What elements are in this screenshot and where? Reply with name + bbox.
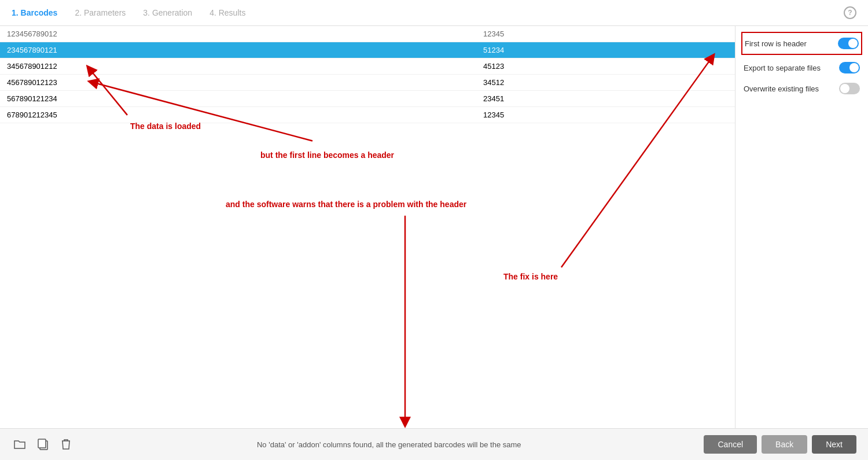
toggle-switch-2[interactable] [839, 83, 860, 94]
toggle-label-0: First row is header [745, 39, 807, 48]
cell-col1: 456789012123 [0, 75, 476, 91]
status-text: No 'data' or 'addon' columns found, all … [74, 440, 704, 449]
cell-col2: 34512 [476, 75, 735, 91]
copy-icon[interactable] [35, 436, 51, 452]
toggle-switch-0[interactable] [838, 38, 859, 49]
toggle-row-2: Overwrite existing files [741, 78, 862, 99]
table-row[interactable]: 34567890121245123 [0, 58, 735, 75]
table-row[interactable]: 56789012123423451 [0, 91, 735, 107]
table-row[interactable]: 12345678901212345 [0, 26, 735, 42]
table-row[interactable]: 67890121234512345 [0, 107, 735, 123]
toggle-label-1: Export to separate files [744, 64, 821, 72]
data-panel: 1234567890121234523456789012151234345678… [0, 26, 735, 428]
cell-col1: 123456789012 [0, 26, 476, 42]
annotation-warns: and the software warns that there is a p… [226, 200, 466, 209]
toggle-row-1: Export to separate files [741, 57, 862, 78]
cell-col1: 678901212345 [0, 107, 476, 123]
header: 1. Barcodes 2. Parameters 3. Generation … [0, 0, 868, 26]
trash-icon[interactable] [58, 436, 74, 452]
cancel-button[interactable]: Cancel [704, 435, 757, 454]
cell-col2: 12345 [476, 107, 735, 123]
toggle-row-0: First row is header [741, 32, 862, 55]
svg-rect-5 [38, 439, 46, 448]
cell-col1: 345678901212 [0, 58, 476, 75]
toggle-label-2: Overwrite existing files [744, 84, 819, 93]
step-barcodes[interactable]: 1. Barcodes [12, 8, 57, 17]
cell-col1: 234567890121 [0, 42, 476, 58]
table-row[interactable]: 45678901212334512 [0, 75, 735, 91]
annotation-fix: The fix is here [503, 272, 558, 281]
toggle-switch-1[interactable] [839, 62, 860, 73]
step-results[interactable]: 4. Results [209, 8, 245, 17]
help-icon[interactable]: ? [844, 6, 856, 19]
data-table: 1234567890121234523456789012151234345678… [0, 26, 735, 123]
table-row[interactable]: 23456789012151234 [0, 42, 735, 58]
cell-col2: 51234 [476, 42, 735, 58]
right-panel: First row is headerExport to separate fi… [735, 26, 868, 428]
bottom-bar: No 'data' or 'addon' columns found, all … [0, 428, 868, 460]
next-button[interactable]: Next [812, 435, 856, 454]
cell-col2: 45123 [476, 58, 735, 75]
folder-icon[interactable] [12, 436, 28, 452]
step-parameters[interactable]: 2. Parameters [75, 8, 126, 17]
step-generation[interactable]: 3. Generation [143, 8, 192, 17]
bottom-icons [12, 436, 74, 452]
cell-col2: 12345 [476, 26, 735, 42]
cell-col1: 567890121234 [0, 91, 476, 107]
steps-nav: 1. Barcodes 2. Parameters 3. Generation … [12, 8, 245, 17]
back-button[interactable]: Back [762, 435, 807, 454]
button-group: Cancel Back Next [704, 435, 856, 454]
annotation-first-line: but the first line becomes a header [260, 150, 394, 160]
main-area: 1234567890121234523456789012151234345678… [0, 26, 868, 428]
cell-col2: 23451 [476, 91, 735, 107]
